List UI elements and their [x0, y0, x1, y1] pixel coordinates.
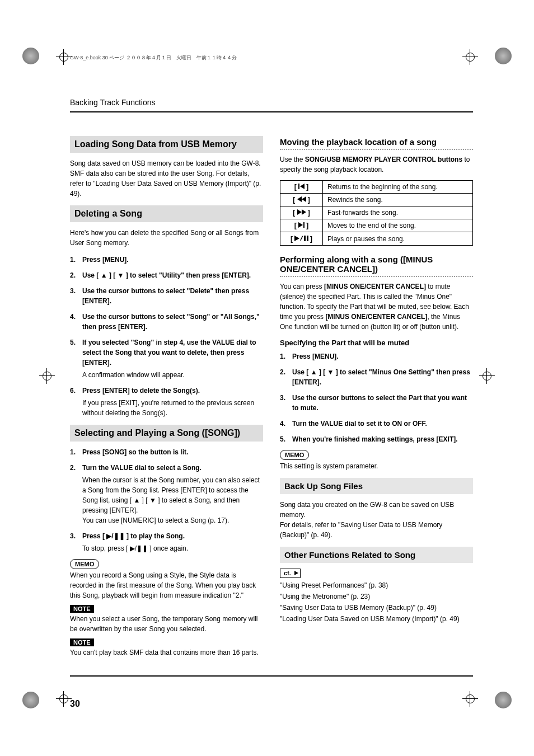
step-body: Press [ ▶/❚❚ ] to play the Song.To stop,…	[82, 531, 188, 553]
bold-text: [MINUS ONE/CENTER CANCEL]	[324, 283, 426, 290]
memo-text: When you record a Song using a Style, th…	[70, 570, 263, 600]
text: You can press	[280, 283, 324, 290]
reference-item: "Saving User Data to USB Memory (Backup)…	[280, 603, 473, 613]
deleting-steps: 1.Press [MENU].2.Use [ ▲ ] [ ▼ ] to sele…	[70, 255, 263, 418]
reg-mark-cross	[479, 368, 495, 384]
reg-mark-cross	[39, 368, 55, 384]
reference-item: "Loading User Data Saved on USB Memory (…	[280, 614, 473, 624]
table-row: [ ]Rewinds the song.	[280, 194, 473, 206]
step-main: Press [ ▶/❚❚ ] to play the Song.	[82, 532, 185, 540]
step-body: Press [MENU].	[292, 351, 339, 361]
step-body: When you're finished making settings, pr…	[292, 434, 458, 444]
loading-para: Song data saved on USB memory can be loa…	[70, 158, 263, 199]
step-sub: To stop, press [ ▶/❚❚ ] once again.	[82, 543, 188, 553]
reference-item: "Using Preset Performances" (p. 38)	[280, 580, 473, 590]
step-item: 1.Press [MENU].	[70, 255, 263, 265]
step-item: 2.Use [ ▲ ] [ ▼ ] to select "Minus One S…	[280, 367, 473, 387]
reg-mark-cross	[462, 691, 478, 707]
button-icon-cell: [ ]	[280, 194, 323, 206]
step-item: 3.Use the cursor buttons to select "Dele…	[70, 286, 263, 306]
step-item: 1.Press [MENU].	[280, 351, 473, 361]
mute-steps: 1.Press [MENU].2.Use [ ▲ ] [ ▼ ] to sele…	[280, 351, 473, 444]
step-item: 3.Use the cursor buttons to select the P…	[280, 393, 473, 413]
footer-rule	[70, 675, 473, 677]
text: Use the	[280, 156, 305, 163]
step-main: If you selected "Song" in step 4, use th…	[82, 339, 256, 367]
backup-para: Song data you created on the GW-8 can be…	[280, 500, 473, 540]
step-body: Use the cursor buttons to select "Delete…	[82, 286, 263, 306]
page-number: 30	[70, 699, 80, 709]
reference-item: "Using the Metronome" (p. 23)	[280, 591, 473, 602]
reg-mark-cross	[56, 691, 72, 707]
reg-mark-circle	[22, 48, 39, 64]
step-number: 5.	[70, 337, 82, 380]
skip-start-icon	[298, 184, 305, 189]
section-title-selecting: Selecting and Playing a Song ([SONG])	[70, 425, 263, 442]
button-desc-cell: Moves to the end of the song.	[323, 219, 473, 232]
reg-mark-cross	[56, 49, 72, 65]
step-number: 4.	[280, 419, 292, 429]
table-row: [ ]Fast-forwards the song.	[280, 206, 473, 219]
step-body: Use the cursor buttons to select the Par…	[292, 393, 473, 413]
table-row: [ ]Returns to the beginning of the song.	[280, 181, 473, 194]
step-body: Turn the VALUE dial to select a Song.Whe…	[82, 463, 263, 525]
table-row: [ / ]Plays or pauses the song.	[280, 232, 473, 246]
button-icon-cell: [ ]	[280, 206, 323, 219]
step-number: 2.	[70, 270, 82, 280]
subhead-specifying: Specifying the Part that will be muted	[280, 339, 473, 347]
step-body: Turn the VALUE dial to set it to ON or O…	[292, 419, 427, 429]
step-body: Use [ ▲ ] [ ▼ ] to select "Utility" then…	[82, 270, 251, 280]
button-desc-cell: Fast-forwards the song.	[323, 206, 473, 219]
button-desc-cell: Returns to the beginning of the song.	[323, 181, 473, 194]
note-badge: NOTE	[70, 638, 94, 646]
dotted-rule	[280, 276, 473, 277]
memo-badge: MEMO	[70, 559, 99, 569]
step-item: 2.Use [ ▲ ] [ ▼ ] to select "Utility" th…	[70, 270, 263, 280]
play-pause-icon: /	[294, 234, 308, 242]
memo-text: This setting is system parameter.	[280, 461, 473, 471]
section-title-backup: Back Up Song Files	[280, 478, 473, 494]
step-body: Press [ENTER] to delete the Song(s).If y…	[82, 386, 263, 418]
step-number: 5.	[280, 434, 292, 444]
table-row: [ ]Moves to the end of the song.	[280, 219, 473, 232]
section-title-loading: Loading Song Data from USB Memory	[70, 136, 263, 153]
step-body: Use the cursor buttons to select "Song" …	[82, 312, 263, 332]
step-number: 3.	[70, 531, 82, 553]
step-number: 2.	[280, 367, 292, 387]
subhead-moving: Moving the playback location of a song	[280, 137, 473, 147]
left-column: Loading Song Data from USB Memory Song d…	[70, 129, 263, 662]
step-body: If you selected "Song" in step 4, use th…	[82, 337, 263, 380]
step-main: Turn the VALUE dial to set it to ON or O…	[292, 420, 427, 428]
right-column: Moving the playback location of a song U…	[280, 129, 473, 662]
step-number: 1.	[70, 255, 82, 265]
step-main: Press [ENTER] to delete the Song(s).	[82, 387, 200, 395]
step-item: 4.Turn the VALUE dial to set it to ON or…	[280, 419, 473, 429]
step-main: Press [MENU].	[82, 256, 129, 264]
note1-text: When you select a user Song, the tempora…	[70, 614, 263, 634]
note2-text: You can't play back SMF data that contai…	[70, 647, 263, 658]
step-body: Press [MENU].	[82, 255, 129, 265]
transport-table: [ ]Returns to the beginning of the song.…	[280, 180, 473, 246]
minus-one-para: You can press [MINUS ONE/CENTER CANCEL] …	[280, 281, 473, 332]
step-item: 1.Press [SONG] so the button is lit.	[70, 447, 263, 457]
book-meta-line: GW-8_e.book 30 ページ ２００８年４月１日 火曜日 午前１１時４４…	[70, 54, 237, 62]
subhead-minus-one: Performing along with a song ([MINUS ONE…	[280, 255, 473, 274]
step-sub: A confirmation window will appear.	[82, 370, 263, 380]
selecting-steps: 1.Press [SONG] so the button is lit.2.Tu…	[70, 447, 263, 553]
step-item: 5.If you selected "Song" in step 4, use …	[70, 337, 263, 380]
reg-mark-circle	[495, 692, 512, 708]
step-main: Use [ ▲ ] [ ▼ ] to select "Utility" then…	[82, 271, 251, 279]
step-main: Use the cursor buttons to select "Delete…	[82, 287, 249, 305]
step-item: 2.Turn the VALUE dial to select a Song.W…	[70, 463, 263, 525]
step-sub: If you press [EXIT], you're returned to …	[82, 398, 263, 418]
step-number: 2.	[70, 463, 82, 525]
step-item: 3.Press [ ▶/❚❚ ] to play the Song.To sto…	[70, 531, 263, 553]
bold-text: [MINUS ONE/CENTER CANCEL]	[325, 313, 427, 321]
step-main: Use the cursor buttons to select "Song" …	[82, 313, 260, 331]
step-main: Turn the VALUE dial to select a Song.	[82, 464, 202, 472]
reference-list: "Using Preset Performances" (p. 38)"Usin…	[280, 580, 473, 624]
step-main: Press [MENU].	[292, 353, 339, 360]
fast-forward-icon	[297, 209, 306, 215]
section-title-other: Other Functions Related to Song	[280, 547, 473, 563]
step-number: 1.	[280, 351, 292, 361]
